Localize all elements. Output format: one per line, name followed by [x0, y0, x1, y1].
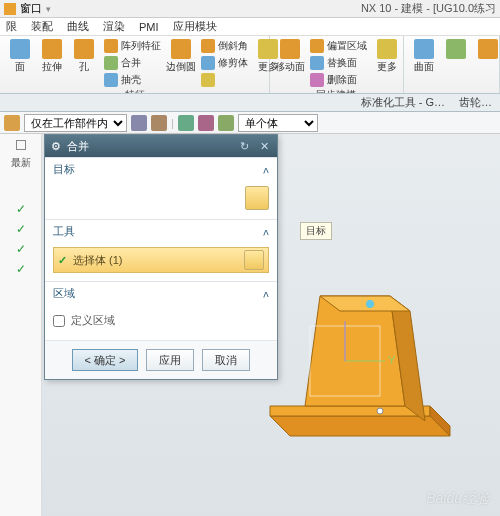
svg-text:Y: Y: [388, 354, 396, 366]
check-icon: ✓: [16, 262, 26, 276]
close-icon[interactable]: ✕: [257, 139, 271, 153]
ribbon-s3[interactable]: [474, 38, 500, 60]
checkbox-icon[interactable]: [16, 140, 26, 150]
ribbon-surface[interactable]: 曲面: [410, 38, 438, 75]
ribbon-chamfer[interactable]: 倒斜角: [199, 38, 250, 54]
section-header-tool[interactable]: 工具ʌ: [45, 220, 277, 243]
svg-point-6: [366, 300, 374, 308]
ribbon-group-feature: 面 拉伸 孔 阵列特征 合并 抽壳 边倒圆 倒斜角 修剪体 更多 特征: [0, 36, 270, 93]
define-region-checkbox[interactable]: [53, 315, 65, 327]
cube-icon: [4, 3, 16, 15]
ribbon-edgeblend[interactable]: 边倒圆: [167, 38, 195, 75]
menu-curve[interactable]: 曲线: [67, 19, 89, 34]
section-tool: 工具ʌ ✓ 选择体 (1): [45, 219, 277, 281]
ribbon-tabstrip: 标准化工具 - G… 齿轮…: [0, 94, 500, 112]
dialog-titlebar[interactable]: ⚙ 合并 ↻ ✕: [45, 135, 277, 157]
menu-xian[interactable]: 限: [6, 19, 17, 34]
watermark: Baidu经验: [426, 490, 490, 508]
tool-select-row[interactable]: ✓ 选择体 (1): [53, 247, 269, 273]
gear-icon[interactable]: ⚙: [51, 140, 61, 153]
chevron-up-icon: ʌ: [263, 288, 269, 299]
check-icon: ✓: [16, 222, 26, 236]
ribbon-misc[interactable]: [199, 72, 250, 88]
sel-i2[interactable]: [131, 115, 147, 131]
ribbon-delete[interactable]: 删除面: [308, 72, 369, 88]
check-icon: ✓: [16, 202, 26, 216]
menu-pmi[interactable]: PMI: [139, 21, 159, 33]
titlebar: 窗口 ▾ NX 10 - 建模 - [UG10.0练习: [0, 0, 500, 18]
ribbon-moveface[interactable]: 移动面: [276, 38, 304, 75]
ribbon-replace[interactable]: 替换面: [308, 55, 369, 71]
unite-dialog: ⚙ 合并 ↻ ✕ 目标ʌ 工具ʌ ✓: [44, 134, 278, 380]
sel-i6[interactable]: [218, 115, 234, 131]
target-body-icon[interactable]: [245, 186, 269, 210]
menu-assembly[interactable]: 装配: [31, 19, 53, 34]
section-header-region[interactable]: 区域ʌ: [45, 282, 277, 305]
selection-toolbar: 仅在工作部件内 | 单个体: [0, 112, 500, 134]
menu-render[interactable]: 渲染: [103, 19, 125, 34]
ribbon: 面 拉伸 孔 阵列特征 合并 抽壳 边倒圆 倒斜角 修剪体 更多 特征 移动面 …: [0, 36, 500, 94]
cancel-button[interactable]: 取消: [202, 349, 250, 371]
ok-button[interactable]: < 确定 >: [72, 349, 139, 371]
check-icon: ✓: [16, 242, 26, 256]
section-region: 区域ʌ 定义区域: [45, 281, 277, 340]
tool-select-label: 选择体 (1): [73, 253, 238, 268]
menubar: 限 装配 曲线 渲染 PMI 应用模块: [0, 18, 500, 36]
ribbon-pattern[interactable]: 阵列特征: [102, 38, 163, 54]
latest-label: 最新: [11, 156, 31, 170]
svg-marker-3: [305, 296, 405, 406]
scope-select[interactable]: 仅在工作部件内: [24, 114, 127, 132]
ribbon-hole[interactable]: 孔: [70, 38, 98, 75]
ribbon-group-surface: 曲面: [404, 36, 500, 93]
left-panel: 最新 ✓ ✓ ✓ ✓: [0, 134, 42, 516]
tooltip-target: 目标: [300, 222, 332, 240]
sel-i5[interactable]: [198, 115, 214, 131]
define-region-label: 定义区域: [71, 313, 115, 328]
sel-i3[interactable]: [151, 115, 167, 131]
ribbon-shell[interactable]: 抽壳: [102, 72, 163, 88]
check-icon: ✓: [58, 254, 67, 267]
ribbon-extrude[interactable]: 拉伸: [38, 38, 66, 75]
chevron-up-icon: ʌ: [263, 164, 269, 175]
ribbon-s2[interactable]: [442, 38, 470, 60]
ribbon-unite[interactable]: 合并: [102, 55, 163, 71]
window-menu[interactable]: 窗口: [20, 1, 42, 16]
sel-i4[interactable]: [178, 115, 194, 131]
sel-icon[interactable]: [4, 115, 20, 131]
ribbon-group-sync: 移动面 偏置区域 替换面 删除面 更多 同步建模: [270, 36, 403, 93]
app-title: NX 10 - 建模 - [UG10.0练习: [361, 1, 496, 16]
ribbon-face[interactable]: 面: [6, 38, 34, 75]
svg-point-11: [377, 408, 383, 414]
ribbon-tab-gear[interactable]: 齿轮…: [455, 95, 496, 110]
apply-button[interactable]: 应用: [146, 349, 194, 371]
filter-select[interactable]: 单个体: [238, 114, 318, 132]
dialog-title: 合并: [67, 139, 89, 154]
ribbon-tab-std[interactable]: 标准化工具 - G…: [357, 95, 449, 110]
chevron-up-icon: ʌ: [263, 226, 269, 237]
dialog-buttons: < 确定 > 应用 取消: [45, 340, 277, 379]
svg-marker-1: [270, 406, 430, 416]
define-region-row[interactable]: 定义区域: [53, 309, 269, 332]
section-target: 目标ʌ: [45, 157, 277, 219]
section-header-target[interactable]: 目标ʌ: [45, 158, 277, 181]
ribbon-more2[interactable]: 更多: [373, 38, 401, 75]
reset-icon[interactable]: ↻: [237, 139, 251, 153]
menu-app[interactable]: 应用模块: [173, 19, 217, 34]
ribbon-trim[interactable]: 修剪体: [199, 55, 250, 71]
tool-body-icon[interactable]: [244, 250, 264, 270]
ribbon-offset[interactable]: 偏置区域: [308, 38, 369, 54]
